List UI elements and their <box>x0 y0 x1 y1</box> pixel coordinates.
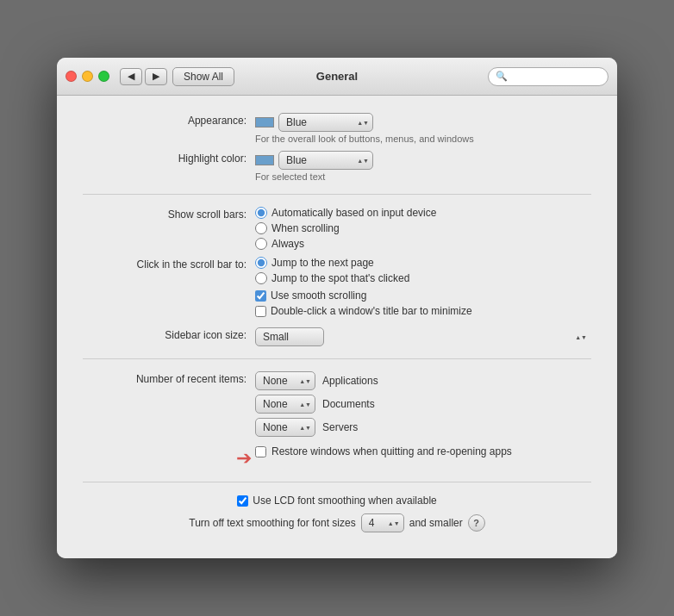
scroll-bars-auto-label: Automatically based on input device <box>271 207 436 219</box>
window-title: General <box>316 70 358 83</box>
scroll-bars-auto-option[interactable]: Automatically based on input device <box>255 207 591 219</box>
documents-label: Documents <box>322 398 375 410</box>
divider-1 <box>83 194 591 195</box>
scroll-bars-always-label: Always <box>271 238 304 250</box>
documents-select[interactable]: None 5 10 <box>255 395 315 414</box>
appearance-select[interactable]: Blue Graphite <box>278 113 373 132</box>
scroll-bars-content: Automatically based on input device When… <box>255 207 591 250</box>
sidebar-icon-size-label: Sidebar icon size: <box>83 327 255 341</box>
click-scroll-bar-spot-radio[interactable] <box>255 272 267 284</box>
recent-items-row: Number of recent items: None 5 10 15 20 … <box>83 371 591 437</box>
applications-select-wrapper[interactable]: None 5 10 15 20 30 50 <box>255 371 315 390</box>
sidebar-icon-size-row: Sidebar icon size: Small Medium Large <box>83 327 591 346</box>
appearance-content: Blue Graphite For the overall look of bu… <box>255 113 591 144</box>
system-preferences-window: ◀ ▶ Show All General 🔍 Appearance: Blue … <box>57 58 617 558</box>
search-input[interactable] <box>511 71 601 83</box>
appearance-select-wrapper[interactable]: Blue Graphite <box>278 113 373 132</box>
restore-windows-content: Restore windows when quitting and re-ope… <box>255 445 591 457</box>
titlebar: ◀ ▶ Show All General 🔍 <box>57 58 617 96</box>
lcd-smoothing-option[interactable]: Use LCD font smoothing when available <box>237 495 436 507</box>
font-smoothing-prefix: Turn off text smoothing for font sizes <box>189 517 355 529</box>
highlight-color-row: Highlight color: Blue Graphite Red Orang… <box>83 151 591 182</box>
click-scroll-bar-next-page-radio[interactable] <box>255 257 267 269</box>
restore-windows-row: ➔ Restore windows when quitting and re-o… <box>83 445 591 470</box>
scroll-bars-always-option[interactable]: Always <box>255 238 591 250</box>
scroll-bars-row: Show scroll bars: Automatically based on… <box>83 207 591 250</box>
help-button[interactable]: ? <box>468 514 485 532</box>
arrow-icon: ➔ <box>236 447 252 469</box>
scroll-bars-scrolling-radio[interactable] <box>255 222 267 234</box>
servers-select-wrapper[interactable]: None 5 10 <box>255 418 315 437</box>
highlight-color-label: Highlight color: <box>83 151 255 165</box>
double-click-title-checkbox[interactable] <box>255 306 266 317</box>
nav-buttons: ◀ ▶ <box>120 68 167 85</box>
scroll-bars-always-radio[interactable] <box>255 238 267 250</box>
servers-label: Servers <box>322 421 358 433</box>
highlight-color-content: Blue Graphite Red Orange Gold Green Purp… <box>255 151 591 182</box>
search-box[interactable]: 🔍 <box>488 67 608 86</box>
sidebar-icon-size-content: Small Medium Large <box>255 327 591 346</box>
double-click-title-label: Double-click a window's title bar to min… <box>271 305 472 317</box>
font-size-select-wrapper[interactable]: 4 6 8 9 10 11 12 <box>361 513 404 532</box>
restore-windows-checkbox[interactable] <box>255 446 266 457</box>
maximize-button[interactable] <box>98 71 109 82</box>
lcd-smoothing-row: Use LCD font smoothing when available <box>83 495 591 507</box>
click-scroll-bar-row: Click in the scroll bar to: Jump to the … <box>83 257 591 320</box>
smooth-scrolling-option[interactable]: Use smooth scrolling <box>255 289 591 302</box>
lcd-smoothing-checkbox[interactable] <box>237 495 248 507</box>
click-scroll-bar-next-page-label: Jump to the next page <box>271 257 374 269</box>
servers-select[interactable]: None 5 10 <box>255 418 315 437</box>
back-button[interactable]: ◀ <box>120 68 142 85</box>
lcd-smoothing-label: Use LCD font smoothing when available <box>253 495 436 507</box>
click-scroll-bar-next-page-option[interactable]: Jump to the next page <box>255 257 591 269</box>
divider-2 <box>83 358 591 359</box>
restore-windows-spacer: ➔ <box>83 445 255 470</box>
smooth-scrolling-label: Use smooth scrolling <box>271 289 366 302</box>
font-smoothing-row: Turn off text smoothing for font sizes 4… <box>83 513 591 532</box>
minimize-button[interactable] <box>82 71 93 82</box>
search-icon: 🔍 <box>496 71 508 82</box>
click-scroll-bar-spot-option[interactable]: Jump to the spot that's clicked <box>255 272 591 284</box>
content: Appearance: Blue Graphite For the overal… <box>57 96 617 558</box>
restore-windows-label: Restore windows when quitting and re-ope… <box>271 445 512 457</box>
font-size-select[interactable]: 4 6 8 9 10 11 12 <box>361 513 404 532</box>
sidebar-icon-size-select[interactable]: Small Medium Large <box>255 327 324 346</box>
highlight-color-box <box>255 155 274 165</box>
appearance-color-box <box>255 117 274 128</box>
forward-button[interactable]: ▶ <box>145 68 167 85</box>
documents-select-wrapper[interactable]: None 5 10 <box>255 395 315 414</box>
click-scroll-bar-label: Click in the scroll bar to: <box>83 257 255 271</box>
recent-items-content: None 5 10 15 20 30 50 Applications <box>255 371 591 437</box>
highlight-color-helper: For selected text <box>255 171 591 182</box>
appearance-label: Appearance: <box>83 113 255 127</box>
show-all-button[interactable]: Show All <box>172 67 234 86</box>
scroll-bars-auto-radio[interactable] <box>255 207 267 219</box>
highlight-color-select-wrapper[interactable]: Blue Graphite Red Orange Gold Green Purp… <box>278 151 373 170</box>
font-smoothing-suffix: and smaller <box>409 517 463 529</box>
smooth-scrolling-checkbox[interactable] <box>255 290 266 302</box>
restore-windows-option[interactable]: Restore windows when quitting and re-ope… <box>255 445 591 457</box>
divider-3 <box>83 482 591 482</box>
click-scroll-bar-spot-label: Jump to the spot that's clicked <box>271 272 409 284</box>
click-scroll-bar-options: Jump to the next page Jump to the spot t… <box>255 257 591 284</box>
appearance-helper: For the overall look of buttons, menus, … <box>255 134 591 144</box>
double-click-title-option[interactable]: Double-click a window's title bar to min… <box>255 305 591 317</box>
scroll-bars-label: Show scroll bars: <box>83 207 255 221</box>
scroll-bars-scrolling-option[interactable]: When scrolling <box>255 222 591 234</box>
scroll-bars-scrolling-label: When scrolling <box>271 222 340 234</box>
click-scroll-bar-content: Jump to the next page Jump to the spot t… <box>255 257 591 320</box>
appearance-row: Appearance: Blue Graphite For the overal… <box>83 113 591 144</box>
recent-items-label: Number of recent items: <box>83 371 255 385</box>
applications-select[interactable]: None 5 10 15 20 30 50 <box>255 371 315 390</box>
scroll-bars-options: Automatically based on input device When… <box>255 207 591 250</box>
applications-label: Applications <box>322 375 378 387</box>
sidebar-icon-size-select-wrapper[interactable]: Small Medium Large <box>255 327 591 346</box>
traffic-lights <box>66 71 109 82</box>
highlight-color-select[interactable]: Blue Graphite Red Orange Gold Green Purp… <box>278 151 373 170</box>
close-button[interactable] <box>66 71 77 82</box>
